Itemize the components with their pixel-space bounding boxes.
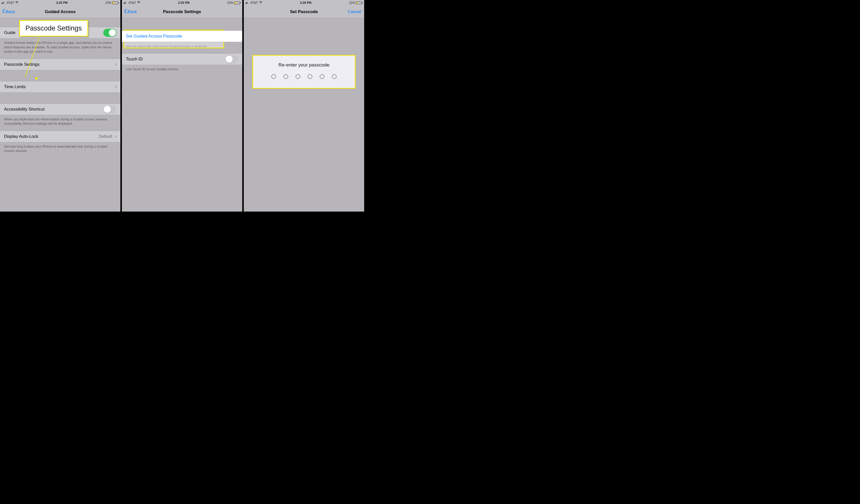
back-button[interactable]: Back <box>0 9 15 15</box>
row-label: Guide <box>4 30 15 35</box>
row-display-auto-lock[interactable]: Display Auto-Lock Default <box>0 131 120 142</box>
back-label: Back <box>127 9 137 14</box>
nav-bar: Set Passcode Cancel <box>244 5 364 18</box>
battery-icon <box>112 1 119 4</box>
chevron-right-icon <box>114 85 117 88</box>
passcode-dot <box>308 74 312 79</box>
passcode-dots[interactable] <box>271 74 336 79</box>
battery-percent: 22% <box>105 1 111 4</box>
row-label: Passcode Settings <box>4 62 40 67</box>
row-label: Time Limits <box>4 84 26 89</box>
row-touch-id[interactable]: Touch ID <box>122 53 242 65</box>
passcode-panel: Re-enter your passcode <box>252 55 356 89</box>
battery-icon <box>356 1 363 4</box>
carrier-label: AT&T <box>128 1 136 4</box>
passcode-dot <box>332 74 336 79</box>
status-time: 2:26 PM <box>300 1 311 4</box>
svg-rect-11 <box>247 1 248 4</box>
svg-rect-5 <box>124 2 125 4</box>
signal-icon <box>1 1 5 4</box>
chevron-right-icon <box>114 63 117 66</box>
toggle-accessibility-shortcut[interactable] <box>103 105 116 113</box>
row-label: Touch ID <box>126 57 143 62</box>
carrier-label: AT&T <box>6 1 14 4</box>
callout-box: Passcode Settings <box>19 20 88 37</box>
svg-rect-4 <box>124 3 124 4</box>
signal-icon <box>245 1 249 4</box>
wifi-icon <box>137 1 141 4</box>
chevron-left-icon <box>124 9 127 15</box>
passcode-dot <box>296 74 300 79</box>
svg-rect-2 <box>3 2 3 4</box>
row-passcode-settings[interactable]: Passcode Settings <box>0 59 120 70</box>
footer-guided-access: Guided Access keeps the iPhone in a sing… <box>0 39 120 54</box>
wifi-icon <box>259 1 262 4</box>
footer-touch-id: Use Touch ID to end Guided Access. <box>122 65 242 72</box>
cancel-label: Cancel <box>348 9 361 14</box>
row-label: Accessibility Shortcut <box>4 107 45 112</box>
row-label: Set Guided Access Passcode <box>126 34 182 39</box>
back-label: Back <box>5 9 15 14</box>
back-button[interactable]: Back <box>122 9 137 15</box>
row-time-limits[interactable]: Time Limits <box>0 81 120 93</box>
nav-bar: Back Guided Access <box>0 5 120 18</box>
page-title: Set Passcode <box>244 9 364 14</box>
wifi-icon <box>15 1 19 4</box>
screen-guided-access: AT&T 2:25 PM 22% Back Guided Access Guid… <box>0 0 120 212</box>
row-accessibility-shortcut[interactable]: Accessibility Shortcut <box>0 103 120 115</box>
passcode-dot <box>271 74 276 79</box>
status-bar: AT&T 2:25 PM 22% <box>122 0 242 5</box>
status-time: 2:25 PM <box>178 1 189 4</box>
svg-rect-6 <box>125 2 125 4</box>
status-time: 2:25 PM <box>56 1 68 4</box>
battery-percent: 21% <box>349 1 355 4</box>
svg-rect-1 <box>2 2 3 4</box>
svg-rect-9 <box>246 2 246 4</box>
footer-display-auto-lock: Set how long it takes your iPhone to aut… <box>0 142 120 153</box>
passcode-dot <box>320 74 324 79</box>
passcode-prompt: Re-enter your passcode <box>278 62 330 68</box>
row-set-guided-access-passcode[interactable]: Set Guided Access Passcode <box>122 30 242 42</box>
svg-rect-10 <box>247 2 247 4</box>
page-title: Passcode Settings <box>122 9 242 14</box>
screen-passcode-settings: AT&T 2:25 PM 22% Back Passcode Settings … <box>122 0 242 212</box>
callout-label: Passcode Settings <box>26 25 82 32</box>
svg-rect-0 <box>1 3 2 4</box>
row-label: Display Auto-Lock <box>4 134 38 139</box>
svg-rect-3 <box>4 1 4 4</box>
svg-rect-7 <box>126 1 126 4</box>
row-value: Default <box>99 134 112 139</box>
carrier-label: AT&T <box>250 1 258 4</box>
battery-percent: 22% <box>227 1 233 4</box>
status-bar: AT&T 2:26 PM 21% <box>244 0 364 5</box>
screen-set-passcode: AT&T 2:26 PM 21% Set Passcode Cancel Re-… <box>244 0 364 212</box>
signal-icon <box>124 1 127 4</box>
nav-bar: Back Passcode Settings <box>122 5 242 18</box>
page-title: Guided Access <box>0 9 120 14</box>
settings-list: Guide Guided Access keeps the iPhone in … <box>0 18 120 153</box>
battery-icon <box>234 1 241 4</box>
toggle-touch-id[interactable] <box>225 55 238 63</box>
callout-dot <box>35 77 38 80</box>
cancel-button[interactable]: Cancel <box>348 5 361 18</box>
passcode-dot <box>284 74 288 79</box>
footer-set-passcode: Set the passcode used when Guided Access… <box>122 42 242 48</box>
toggle-guided-access[interactable] <box>103 29 116 37</box>
status-bar: AT&T 2:25 PM 22% <box>0 0 120 5</box>
settings-list: Set Guided Access Passcode Set the passc… <box>122 18 242 71</box>
svg-rect-8 <box>245 3 246 4</box>
footer-accessibility-shortcut: When you triple-click the Home button du… <box>0 115 120 126</box>
chevron-left-icon <box>2 9 5 15</box>
chevron-right-icon <box>114 135 117 138</box>
